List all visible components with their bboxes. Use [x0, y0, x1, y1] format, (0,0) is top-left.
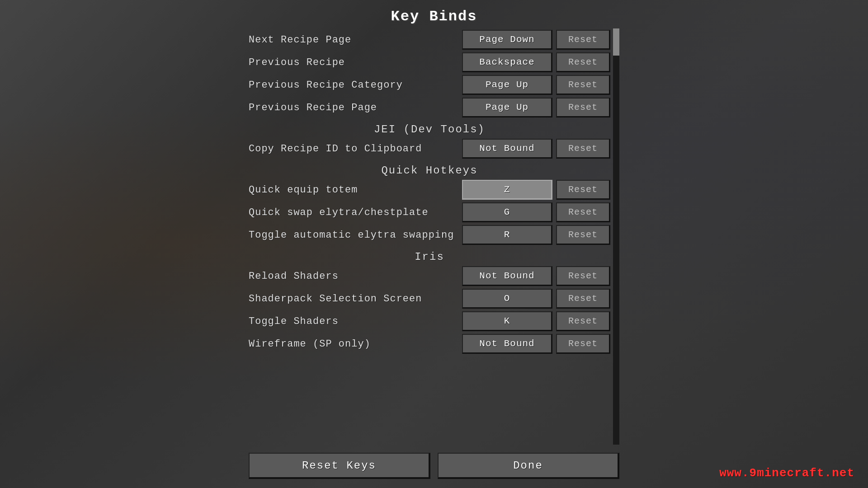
reset-button[interactable]: Reset: [556, 311, 610, 331]
keybind-row: Toggle automatic elytra swappingRReset: [249, 224, 610, 246]
keybind-label: Next Recipe Page: [249, 34, 462, 46]
keybind-label: Quick equip totem: [249, 184, 462, 196]
reset-button[interactable]: Reset: [556, 334, 610, 354]
keybind-label: Shaderpack Selection Screen: [249, 293, 462, 305]
keybind-row: Previous Recipe CategoryPage UpReset: [249, 74, 610, 96]
reset-button[interactable]: Reset: [556, 289, 610, 309]
keybind-row: Previous Recipe PagePage UpReset: [249, 96, 610, 119]
keybind-row: Quick equip totemZReset: [249, 178, 610, 201]
keybind-key-button[interactable]: Backspace: [462, 52, 552, 72]
done-button[interactable]: Done: [438, 453, 619, 479]
keybind-key-button[interactable]: G: [462, 202, 552, 222]
keybind-key-button[interactable]: Page Up: [462, 75, 552, 95]
keybind-row: Wireframe (SP only)Not BoundReset: [249, 333, 610, 355]
keybind-row: Next Recipe PagePage DownReset: [249, 28, 610, 51]
watermark: www.9minecraft.net: [719, 466, 854, 480]
keybind-label: Previous Recipe: [249, 57, 462, 68]
keybind-key-button[interactable]: Z: [462, 180, 552, 200]
keybind-row: Reload ShadersNot BoundReset: [249, 265, 610, 287]
keybind-label: Previous Recipe Page: [249, 102, 462, 113]
reset-button[interactable]: Reset: [556, 225, 610, 245]
keybinds-panel: Next Recipe PagePage DownResetPrevious R…: [249, 28, 619, 445]
page-title: Key Binds: [391, 8, 477, 25]
reset-button[interactable]: Reset: [556, 30, 610, 50]
keybind-row: Copy Recipe ID to ClipboardNot BoundRese…: [249, 137, 610, 160]
reset-button[interactable]: Reset: [556, 139, 610, 159]
keybind-row: Toggle ShadersKReset: [249, 310, 610, 333]
scroll-area[interactable]: Next Recipe PagePage DownResetPrevious R…: [249, 28, 619, 445]
keybind-key-button[interactable]: Not Bound: [462, 266, 552, 286]
keybind-label: Wireframe (SP only): [249, 338, 462, 350]
section-header-1: JEI (Dev Tools): [249, 119, 610, 137]
keybind-key-button[interactable]: K: [462, 311, 552, 331]
keybind-key-button[interactable]: O: [462, 289, 552, 309]
keybind-label: Quick swap elytra/chestplate: [249, 207, 462, 218]
reset-button[interactable]: Reset: [556, 98, 610, 117]
keybind-row: Previous RecipeBackspaceReset: [249, 51, 610, 74]
section-header-2: Quick Hotkeys: [249, 160, 610, 178]
keybind-key-button[interactable]: Not Bound: [462, 139, 552, 159]
scrollbar-thumb[interactable]: [613, 28, 619, 56]
keybind-label: Copy Recipe ID to Clipboard: [249, 143, 462, 155]
reset-button[interactable]: Reset: [556, 52, 610, 72]
reset-button[interactable]: Reset: [556, 180, 610, 200]
keybind-label: Toggle automatic elytra swapping: [249, 230, 462, 241]
reset-button[interactable]: Reset: [556, 202, 610, 222]
keybind-key-button[interactable]: Page Up: [462, 98, 552, 117]
keybind-key-button[interactable]: Page Down: [462, 30, 552, 50]
reset-button[interactable]: Reset: [556, 75, 610, 95]
keybind-label: Previous Recipe Category: [249, 80, 462, 91]
section-header-3: Iris: [249, 246, 610, 265]
keybind-row: Quick swap elytra/chestplateGReset: [249, 201, 610, 224]
keybind-label: Toggle Shaders: [249, 316, 462, 327]
reset-keys-button[interactable]: Reset Keys: [249, 453, 430, 479]
scrollbar[interactable]: [613, 28, 619, 445]
keybind-label: Reload Shaders: [249, 271, 462, 282]
keybind-row: Shaderpack Selection ScreenOReset: [249, 287, 610, 310]
keybind-key-button[interactable]: R: [462, 225, 552, 245]
keybind-key-button[interactable]: Not Bound: [462, 334, 552, 354]
bottom-buttons: Reset Keys Done: [249, 445, 619, 488]
reset-button[interactable]: Reset: [556, 266, 610, 286]
